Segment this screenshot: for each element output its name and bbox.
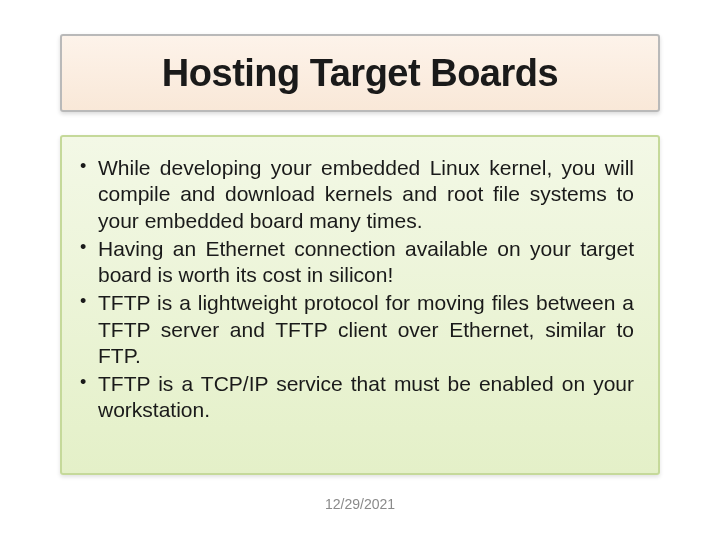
list-item: Having an Ethernet connection available … [76, 236, 634, 289]
content-box: While developing your embedded Linux ker… [60, 135, 660, 475]
title-box: Hosting Target Boards [60, 34, 660, 112]
list-item: TFTP is a lightweight protocol for movin… [76, 290, 634, 369]
list-item: TFTP is a TCP/IP service that must be en… [76, 371, 634, 424]
slide-title: Hosting Target Boards [162, 52, 558, 95]
footer-date: 12/29/2021 [0, 496, 720, 512]
bullet-list: While developing your embedded Linux ker… [76, 155, 634, 424]
list-item: While developing your embedded Linux ker… [76, 155, 634, 234]
